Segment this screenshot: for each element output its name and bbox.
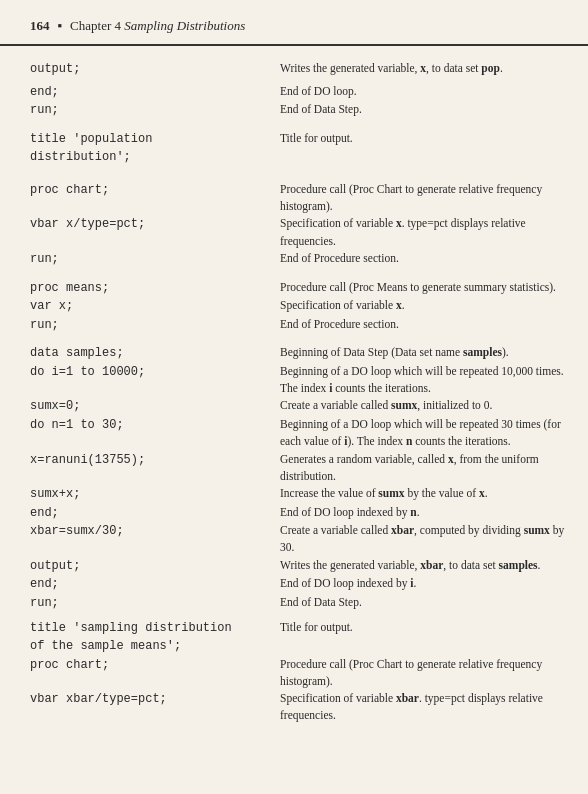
table-row: vbar x/type=pct;Specification of variabl… bbox=[0, 215, 588, 250]
code-cell: sumx+x; bbox=[0, 485, 270, 504]
table-row: vbar xbar/type=pct;Specification of vari… bbox=[0, 690, 588, 725]
description-cell: Procedure call (Proc Chart to generate r… bbox=[270, 181, 588, 216]
chapter-label: Chapter 4 bbox=[70, 18, 121, 33]
description-cell: Writes the generated variable, xbar, to … bbox=[270, 557, 588, 576]
spacer bbox=[0, 120, 588, 130]
code-cell: title 'sampling distribution of the samp… bbox=[0, 619, 270, 656]
code-cell: proc chart; bbox=[0, 656, 270, 691]
description-cell: End of Data Step. bbox=[270, 594, 588, 613]
code-cell: run; bbox=[0, 250, 270, 269]
table-row: title 'population distribution';Title fo… bbox=[0, 130, 588, 167]
table-row: proc chart;Procedure call (Proc Chart to… bbox=[0, 181, 588, 216]
spacer bbox=[0, 334, 588, 344]
description-cell: End of Procedure section. bbox=[270, 250, 588, 269]
table-row: xbar=sumx/30;Create a variable called xb… bbox=[0, 522, 588, 557]
description-cell: Create a variable called xbar, computed … bbox=[270, 522, 588, 557]
code-cell: proc means; bbox=[0, 279, 270, 298]
code-cell: title 'population distribution'; bbox=[0, 130, 270, 167]
description-cell: Title for output. bbox=[270, 130, 588, 167]
code-cell: run; bbox=[0, 594, 270, 613]
table-row: run;End of Data Step. bbox=[0, 101, 588, 120]
code-cell: var x; bbox=[0, 297, 270, 316]
description-cell: Procedure call (Proc Means to generate s… bbox=[270, 279, 588, 298]
description-cell: Generates a random variable, called x, f… bbox=[270, 451, 588, 486]
table-row: output;Writes the generated variable, xb… bbox=[0, 557, 588, 576]
page-header: 164 ▪ Chapter 4 Sampling Distributions bbox=[0, 18, 588, 46]
table-row: proc means;Procedure call (Proc Means to… bbox=[0, 279, 588, 298]
table-row: run;End of Procedure section. bbox=[0, 316, 588, 335]
code-cell: data samples; bbox=[0, 344, 270, 363]
table-row: do n=1 to 30;Beginning of a DO loop whic… bbox=[0, 416, 588, 451]
table-row: run;End of Data Step. bbox=[0, 594, 588, 613]
code-cell: end; bbox=[0, 575, 270, 594]
code-cell: end; bbox=[0, 83, 270, 102]
code-cell: do n=1 to 30; bbox=[0, 416, 270, 451]
description-cell: Beginning of a DO loop which will be rep… bbox=[270, 363, 588, 398]
code-cell: vbar x/type=pct; bbox=[0, 215, 270, 250]
description-cell: Beginning of Data Step (Data set name sa… bbox=[270, 344, 588, 363]
description-cell: Procedure call (Proc Chart to generate r… bbox=[270, 656, 588, 691]
table-row: sumx=0;Create a variable called sumx, in… bbox=[0, 397, 588, 416]
description-cell: Increase the value of sumx by the value … bbox=[270, 485, 588, 504]
page-number: 164 bbox=[30, 18, 50, 34]
table-row: title 'sampling distribution of the samp… bbox=[0, 619, 588, 656]
description-cell: Specification of variable x. type=pct di… bbox=[270, 215, 588, 250]
page: 164 ▪ Chapter 4 Sampling Distributions o… bbox=[0, 0, 588, 794]
code-cell: run; bbox=[0, 101, 270, 120]
description-cell: End of DO loop. bbox=[270, 83, 588, 102]
description-cell: End of Procedure section. bbox=[270, 316, 588, 335]
code-cell: end; bbox=[0, 504, 270, 523]
header-title: Chapter 4 Sampling Distributions bbox=[70, 18, 245, 34]
table-row: do i=1 to 10000;Beginning of a DO loop w… bbox=[0, 363, 588, 398]
description-cell: End of DO loop indexed by i. bbox=[270, 575, 588, 594]
table-row: proc chart;Procedure call (Proc Chart to… bbox=[0, 656, 588, 691]
table-row: data samples;Beginning of Data Step (Dat… bbox=[0, 344, 588, 363]
code-cell: output; bbox=[0, 557, 270, 576]
main-content: output;Writes the generated variable, x,… bbox=[0, 60, 588, 725]
description-cell: Specification of variable xbar. type=pct… bbox=[270, 690, 588, 725]
code-cell: proc chart; bbox=[0, 181, 270, 216]
code-cell: vbar xbar/type=pct; bbox=[0, 690, 270, 725]
table-row: run;End of Procedure section. bbox=[0, 250, 588, 269]
table-row: end;End of DO loop indexed by n. bbox=[0, 504, 588, 523]
description-cell: Writes the generated variable, x, to dat… bbox=[270, 60, 588, 79]
table-row: x=ranuni(13755);Generates a random varia… bbox=[0, 451, 588, 486]
header-bullet: ▪ bbox=[58, 18, 63, 34]
spacer bbox=[0, 167, 588, 181]
table-row: end;End of DO loop indexed by i. bbox=[0, 575, 588, 594]
table-row: output;Writes the generated variable, x,… bbox=[0, 60, 588, 79]
description-cell: Specification of variable x. bbox=[270, 297, 588, 316]
description-cell: Create a variable called sumx, initializ… bbox=[270, 397, 588, 416]
spacer bbox=[0, 269, 588, 279]
code-cell: output; bbox=[0, 60, 270, 79]
description-cell: End of DO loop indexed by n. bbox=[270, 504, 588, 523]
chapter-title: Sampling Distributions bbox=[124, 18, 245, 33]
code-cell: do i=1 to 10000; bbox=[0, 363, 270, 398]
code-cell: sumx=0; bbox=[0, 397, 270, 416]
description-cell: End of Data Step. bbox=[270, 101, 588, 120]
table-row: sumx+x;Increase the value of sumx by the… bbox=[0, 485, 588, 504]
code-cell: xbar=sumx/30; bbox=[0, 522, 270, 557]
table-row: end;End of DO loop. bbox=[0, 83, 588, 102]
table-row: var x;Specification of variable x. bbox=[0, 297, 588, 316]
code-cell: run; bbox=[0, 316, 270, 335]
code-cell: x=ranuni(13755); bbox=[0, 451, 270, 486]
description-cell: Title for output. bbox=[270, 619, 588, 656]
description-cell: Beginning of a DO loop which will be rep… bbox=[270, 416, 588, 451]
